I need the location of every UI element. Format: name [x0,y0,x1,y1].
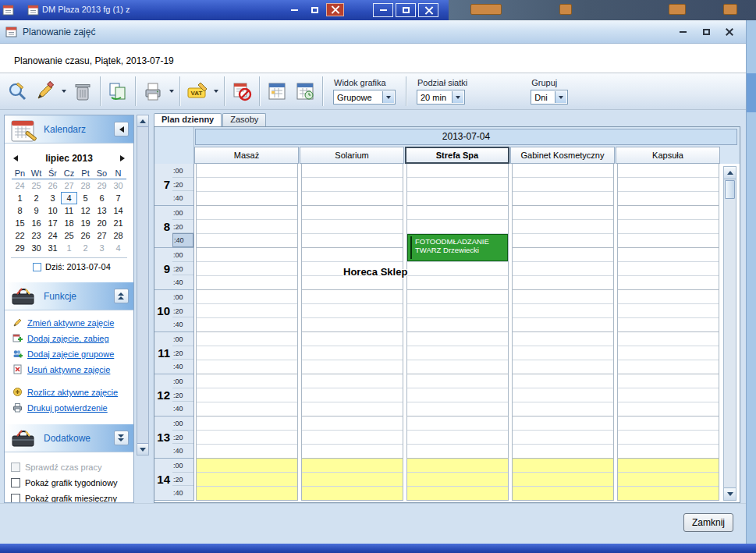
time-cell-10-00[interactable]: :00 [172,290,193,304]
function-link-dodaj-zajęcie-grupowe[interactable]: Dodaj zajęcie grupowe [12,346,133,362]
grid-cell[interactable] [618,374,719,388]
grid-cell[interactable] [197,234,297,248]
column-header-gabinet-kosmetyczny[interactable]: Gabinet Kosmetyczny [510,147,615,164]
grid-cell[interactable] [407,417,508,431]
grid-cell[interactable] [302,346,403,360]
calendar-day[interactable]: 1 [61,242,77,254]
calendar-day[interactable]: 10 [44,204,61,217]
cancel-visit-button[interactable] [228,76,256,107]
grid-cell[interactable] [513,360,613,374]
calendar-day[interactable]: 26 [77,229,94,242]
calendar-day[interactable]: 5 [77,192,94,204]
grid-cell[interactable] [513,206,613,220]
calendar-day[interactable]: 25 [61,229,77,242]
collapse-sidebar-button[interactable] [114,122,129,136]
week-view-button[interactable] [291,76,319,107]
calendar-day[interactable]: 3 [44,192,61,204]
scroll-up-button[interactable] [724,167,736,179]
day-view-button[interactable] [263,76,291,107]
grid-cell[interactable] [513,445,613,459]
grid-cell[interactable] [618,276,719,290]
function-link-zmień-aktywne-zajęcie[interactable]: Zmień aktywne zajęcie [12,315,133,331]
background-minimize-button[interactable] [286,3,303,16]
grid-cell[interactable] [407,459,508,473]
grid-cell[interactable] [302,178,403,192]
grid-cell[interactable] [618,220,719,234]
calendar-day[interactable]: 31 [44,242,61,254]
grid-cell[interactable] [618,459,719,473]
grid-cell[interactable] [407,290,508,304]
function-link-drukuj-potwierdzenie[interactable]: Drukuj potwierdzenie [12,400,133,416]
grid-cell[interactable] [197,192,297,206]
time-cell-11-00[interactable]: :00 [172,332,193,346]
grid-cell[interactable] [407,473,508,487]
grid-cell[interactable] [513,178,613,192]
time-cell-7-40[interactable]: :40 [172,191,193,205]
function-link-usuń-aktywne-zajęcie[interactable]: Usuń aktywne zajęcie [12,362,133,378]
grid-cell[interactable] [618,487,719,501]
grid-cell[interactable] [407,388,508,402]
grid-cell[interactable] [197,473,297,487]
grid-cell[interactable] [513,487,613,501]
grid-cell[interactable] [407,262,508,276]
grid-cell[interactable] [618,431,719,445]
checkbox-sprawdź-czas-pracy[interactable]: Sprawdź czas pracy [11,459,133,475]
grid-cell[interactable] [513,431,613,445]
select-dropdown-button[interactable] [452,91,463,103]
calendar-day[interactable]: 27 [94,229,110,242]
preview-button[interactable] [3,76,31,107]
grid-cell[interactable] [302,360,403,374]
grid-cell[interactable] [302,402,403,417]
calendar-day[interactable]: 22 [12,229,28,242]
copy-button[interactable] [104,76,132,107]
grid-cell[interactable] [513,192,613,206]
collapse-funkcje-button[interactable] [114,289,129,303]
grid-cell[interactable] [513,304,613,318]
calendar-day[interactable]: 11 [61,204,77,217]
grid-cell[interactable] [197,374,297,388]
grid-cell[interactable] [513,459,613,473]
grid-cell[interactable] [618,192,719,206]
grid-cell[interactable] [513,220,613,234]
grid-cell[interactable] [618,388,719,402]
grid-cell[interactable] [302,417,403,431]
grid-cell[interactable] [302,192,403,206]
time-cell-10-20[interactable]: :20 [172,304,193,318]
grid-cell[interactable] [513,318,613,332]
column-header-masaż[interactable]: Masaż [194,147,299,164]
calendar-day[interactable]: 25 [28,179,44,192]
time-cell-12-00[interactable]: :00 [172,374,193,388]
grid-cell[interactable] [513,290,613,304]
grid-cell[interactable] [513,234,613,248]
checkbox-pokaż-grafik-miesięczny[interactable]: Pokaż grafik miesięczny [11,491,133,503]
tab-zasoby[interactable]: Zasoby [222,113,266,126]
grid-cell[interactable] [407,220,508,234]
grid-cell[interactable] [618,445,719,459]
calendar-day[interactable]: 30 [110,179,126,192]
calendar-day[interactable]: 19 [77,217,94,229]
calendar-day[interactable]: 2 [77,242,94,254]
calendar-day[interactable]: 26 [44,179,61,192]
edit-activity-button[interactable] [31,76,59,107]
edit-activity-dropdown[interactable] [59,76,69,107]
next-month-button[interactable] [120,155,125,161]
calendar-day[interactable]: 18 [61,217,77,229]
time-cell-14-00[interactable]: :00 [172,459,193,473]
grid-cell[interactable] [197,346,297,360]
close-button[interactable]: Zamknij [683,513,733,532]
checkbox-pokaż-grafik-tygodniowy[interactable]: Pokaż grafik tygodniowy [11,475,133,491]
grid-cell[interactable] [513,346,613,360]
calendar-day[interactable]: 16 [28,217,44,229]
podzial-siatki-select[interactable]: 20 min [417,90,465,105]
grid-cell[interactable] [513,473,613,487]
grid-cell[interactable] [618,332,719,346]
calendar-day[interactable]: 28 [110,229,126,242]
time-cell-9-20[interactable]: :20 [172,262,193,276]
calendar-day[interactable]: 2 [28,192,44,204]
grid-cell[interactable] [407,318,508,332]
scroll-down-button[interactable] [137,443,148,455]
grid-cell[interactable] [302,290,403,304]
grid-cell[interactable] [513,332,613,346]
grid-cell[interactable] [197,417,297,431]
time-cell-7-00[interactable]: :00 [172,164,193,178]
